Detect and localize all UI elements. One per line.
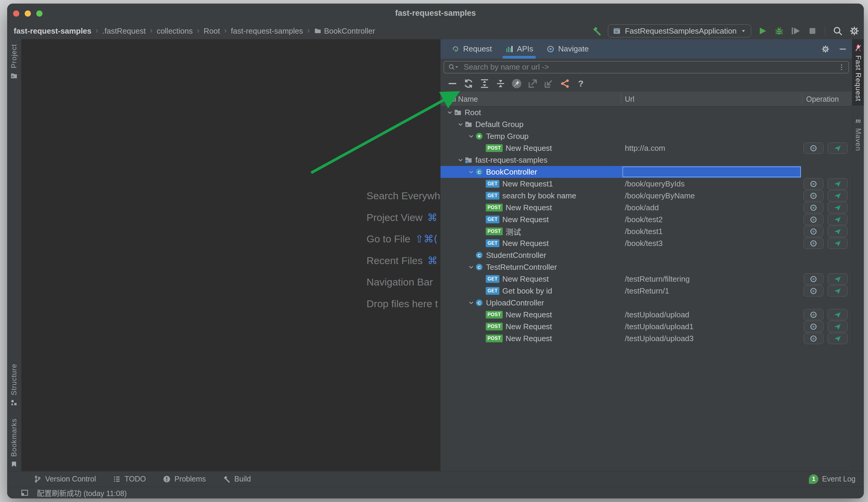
zoom-window-button[interactable]: [36, 10, 42, 17]
search-input[interactable]: Search by name or url ->: [444, 61, 849, 73]
tool-window-button-problems[interactable]: Problems: [163, 475, 206, 483]
minimize-window-button[interactable]: [25, 10, 31, 17]
run-button[interactable]: [757, 25, 768, 36]
tool-window-button-todo[interactable]: TODO: [113, 475, 146, 483]
settings-button[interactable]: [849, 25, 860, 36]
import-button[interactable]: [544, 78, 554, 89]
column-header-api-name[interactable]: Api Name: [445, 94, 478, 103]
tree-node-row[interactable]: CBookController: [441, 166, 852, 178]
tree-node-row[interactable]: Root: [441, 106, 852, 119]
api-row[interactable]: GETNew Request/book/test2: [441, 214, 852, 225]
column-header-operation[interactable]: Operation: [806, 94, 839, 103]
panel-settings-button[interactable]: [821, 44, 830, 53]
tab-navigate[interactable]: Navigate: [540, 39, 596, 59]
send-request-button[interactable]: [828, 202, 847, 213]
api-row[interactable]: POSTNew Request/book/add: [441, 202, 852, 214]
preview-request-button[interactable]: [804, 202, 824, 213]
chevron-down-icon[interactable]: [467, 132, 475, 140]
send-request-button[interactable]: [828, 285, 847, 297]
stop-button[interactable]: [807, 25, 818, 36]
tree-node-row[interactable]: Default Group: [441, 119, 852, 130]
api-row[interactable]: GETsearch by book name/book/queryByName: [441, 190, 852, 202]
event-log-button[interactable]: 1 Event Log: [809, 471, 856, 486]
coverage-button[interactable]: [790, 25, 801, 36]
close-window-button[interactable]: [13, 10, 19, 17]
chevron-down-icon[interactable]: [467, 299, 475, 307]
preview-request-button[interactable]: [804, 238, 824, 249]
api-row[interactable]: POST测试/book/test1: [441, 225, 852, 237]
tool-window-structure[interactable]: Structure: [10, 364, 18, 407]
export-button[interactable]: [527, 78, 538, 89]
layout-toggle-icon[interactable]: [20, 488, 29, 497]
breadcrumb-item[interactable]: fast-request-samples: [231, 27, 303, 36]
breadcrumb-item[interactable]: BookController: [314, 27, 375, 36]
tree-node-row[interactable]: fast-request-samples: [441, 154, 852, 166]
preview-request-button[interactable]: [804, 190, 824, 201]
chevron-down-icon[interactable]: [446, 109, 454, 116]
api-row[interactable]: GETNew Request/testReturn/filtering: [441, 273, 852, 285]
tree-node-row[interactable]: CStudentController: [441, 249, 852, 261]
tool-window-project[interactable]: Project: [10, 44, 18, 80]
send-request-button[interactable]: [828, 190, 847, 201]
hide-panel-button[interactable]: [838, 44, 847, 53]
collapse-button[interactable]: [447, 78, 458, 89]
breadcrumb-item[interactable]: fast-request-samples: [14, 27, 92, 36]
preview-request-button[interactable]: [804, 309, 824, 320]
pin-button[interactable]: [511, 78, 522, 89]
send-request-button[interactable]: [828, 142, 847, 154]
preview-request-button[interactable]: [804, 321, 824, 332]
send-request-button[interactable]: [828, 321, 847, 332]
api-row[interactable]: GETNew Request/book/test3: [441, 237, 852, 249]
send-request-button[interactable]: [828, 333, 847, 344]
share-button[interactable]: [559, 78, 570, 89]
breadcrumb-item[interactable]: .fastRequest: [102, 27, 146, 36]
tool-window-maven[interactable]: m Maven: [852, 112, 864, 155]
tree-node-row[interactable]: CTestReturnController: [441, 261, 852, 273]
preview-request-button[interactable]: [804, 333, 824, 344]
tool-window-fast-request[interactable]: Fast Request: [852, 39, 864, 105]
tab-apis[interactable]: APIs: [498, 39, 540, 59]
help-button[interactable]: ?: [576, 78, 586, 89]
preview-request-button[interactable]: [804, 285, 824, 297]
preview-request-button[interactable]: [804, 178, 824, 189]
url-cell-editor[interactable]: [622, 166, 801, 177]
expand-all-button[interactable]: [479, 78, 490, 89]
preview-request-button[interactable]: [804, 214, 824, 225]
chevron-down-icon[interactable]: [467, 263, 475, 271]
api-row[interactable]: POSTNew Request/testUpload/upload3: [441, 332, 852, 345]
send-request-button[interactable]: [828, 178, 847, 189]
breadcrumb-item[interactable]: collections: [157, 27, 193, 36]
breadcrumb-item[interactable]: Root: [204, 27, 220, 36]
preview-request-button[interactable]: [804, 273, 824, 285]
tree-node-row[interactable]: ★Temp Group: [441, 130, 852, 142]
tree-node-row[interactable]: CUploadController: [441, 297, 852, 309]
debug-button[interactable]: [774, 25, 784, 36]
tool-window-bookmarks[interactable]: Bookmarks: [10, 418, 18, 468]
send-request-button[interactable]: [828, 273, 847, 285]
preview-request-button[interactable]: [804, 226, 824, 237]
preview-request-button[interactable]: [804, 142, 824, 154]
tool-window-button-version-control[interactable]: Version Control: [33, 475, 96, 483]
api-row[interactable]: GETGet book by id/testReturn/1: [441, 285, 852, 297]
chevron-down-icon[interactable]: [457, 156, 464, 164]
search-everywhere-button[interactable]: [832, 25, 843, 36]
api-row[interactable]: POSTNew Request/testUpload/upload: [441, 309, 852, 320]
send-request-button[interactable]: [828, 309, 847, 320]
collapse-all-button[interactable]: [495, 78, 506, 89]
kebab-menu-icon[interactable]: [838, 63, 845, 72]
build-hammer-icon[interactable]: [591, 25, 602, 36]
send-request-button[interactable]: [828, 238, 847, 249]
refresh-button[interactable]: [463, 78, 474, 89]
api-row[interactable]: GETNew Request1/book/queryByIds: [441, 178, 852, 190]
chevron-down-icon[interactable]: [467, 168, 475, 176]
run-configuration-select[interactable]: FastRequestSamplesApplication: [608, 24, 751, 38]
send-request-button[interactable]: [828, 214, 847, 225]
chevron-down-icon[interactable]: [457, 121, 464, 128]
api-row[interactable]: POSTNew Request/testUpload/upload1: [441, 320, 852, 332]
tool-window-button-build[interactable]: Build: [223, 475, 251, 483]
column-header-url[interactable]: Url: [625, 94, 634, 103]
api-row[interactable]: POSTNew Requesthttp://a.com: [441, 142, 852, 154]
chevron-down-icon: [478, 335, 486, 342]
tab-request[interactable]: Request: [445, 39, 498, 59]
send-request-button[interactable]: [828, 226, 847, 237]
